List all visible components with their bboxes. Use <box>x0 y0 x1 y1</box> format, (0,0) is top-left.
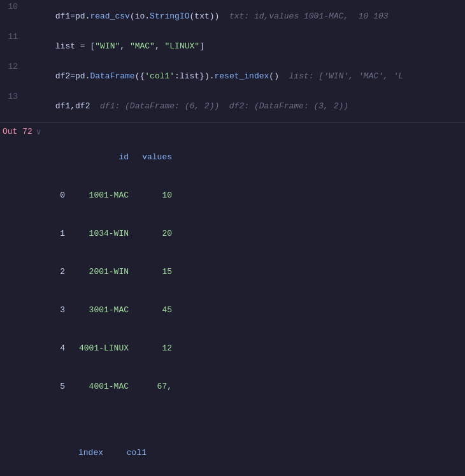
code-section-top: 10 df1=pd.read_csv(io.StringIO(txt)) txt… <box>0 0 465 123</box>
code-line-12: 12 df2=pd.DataFrame({'col1':list}).reset… <box>0 61 465 91</box>
code-line-10: 10 df1=pd.read_csv(io.StringIO(txt)) txt… <box>0 1 465 31</box>
out72-table1: id values 0 1001-MAC 10 1 1034-WIN 20 2 … <box>51 126 465 419</box>
out72-table2: index col1 0 0 WIN 1 1 MAC 2 2 LINUX) <box>51 421 465 476</box>
out72-section: Out 72 ∨ id values 0 1001-MAC 10 1 1034-… <box>0 123 465 476</box>
code-line-13: 13 df1,df2 df1: (DataFrame: (6, 2)) df2:… <box>0 91 465 121</box>
out72-chevron[interactable]: ∨ <box>36 127 41 137</box>
out72-text: Out 72 <box>3 127 32 136</box>
out72-content: id values 0 1001-MAC 10 1 1034-WIN 20 2 … <box>51 126 465 476</box>
out72-label: Out 72 ∨ <box>0 126 51 476</box>
code-line-11: 11 list = ["WIN", "MAC", "LINUX"] <box>0 31 465 61</box>
